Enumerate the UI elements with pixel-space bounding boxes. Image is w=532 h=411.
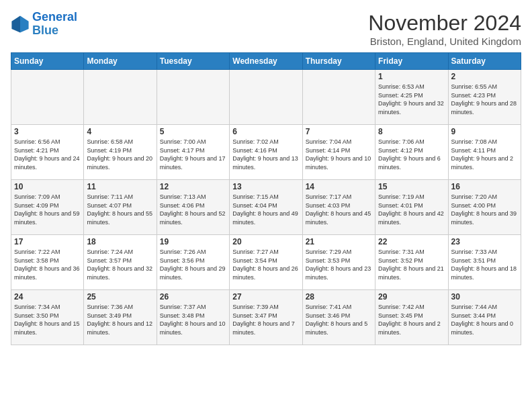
day-cell-empty-0-4: [302, 70, 375, 125]
week-row-1: 1Sunrise: 6:53 AMSunset: 4:25 PMDaylight…: [11, 70, 521, 125]
day-number: 25: [87, 292, 153, 302]
day-number: 6: [232, 127, 299, 136]
day-number: 20: [232, 237, 299, 246]
day-cell-5: 5Sunrise: 7:00 AMSunset: 4:17 PMDaylight…: [157, 125, 229, 180]
day-cell-11: 11Sunrise: 7:11 AMSunset: 4:07 PMDayligh…: [84, 180, 157, 235]
header-row: General Blue November 2024 Briston, Engl…: [11, 11, 521, 47]
day-cell-2: 2Sunrise: 6:55 AMSunset: 4:23 PMDaylight…: [448, 70, 521, 125]
month-title: November 2024: [368, 11, 521, 36]
day-number: 10: [14, 182, 81, 191]
day-info: Sunrise: 7:22 AMSunset: 3:58 PMDaylight:…: [14, 248, 81, 281]
day-info: Sunrise: 7:17 AMSunset: 4:03 PMDaylight:…: [306, 193, 372, 226]
title-block: November 2024 Briston, England, United K…: [368, 11, 521, 47]
day-cell-29: 29Sunrise: 7:42 AMSunset: 3:45 PMDayligh…: [375, 290, 448, 345]
location: Briston, England, United Kingdom: [368, 36, 521, 47]
header-day-friday: Friday: [375, 53, 448, 70]
header-day-saturday: Saturday: [448, 53, 521, 70]
day-cell-empty-0-0: [11, 70, 84, 125]
day-info: Sunrise: 7:27 AMSunset: 3:54 PMDaylight:…: [232, 248, 299, 281]
week-row-5: 24Sunrise: 7:34 AMSunset: 3:50 PMDayligh…: [11, 290, 521, 345]
day-number: 8: [378, 127, 445, 136]
day-cell-empty-0-3: [230, 70, 302, 125]
day-info: Sunrise: 7:00 AMSunset: 4:17 PMDaylight:…: [160, 138, 226, 171]
header-day-sunday: Sunday: [11, 53, 84, 70]
day-number: 1: [378, 72, 445, 81]
day-info: Sunrise: 7:09 AMSunset: 4:09 PMDaylight:…: [14, 193, 81, 226]
day-cell-empty-0-2: [157, 70, 229, 125]
day-info: Sunrise: 7:15 AMSunset: 4:04 PMDaylight:…: [232, 193, 299, 226]
day-info: Sunrise: 7:06 AMSunset: 4:12 PMDaylight:…: [378, 138, 445, 171]
day-number: 23: [451, 237, 518, 246]
day-number: 30: [451, 292, 518, 302]
header-day-wednesday: Wednesday: [230, 53, 302, 70]
header-row-days: SundayMondayTuesdayWednesdayThursdayFrid…: [11, 53, 521, 70]
day-info: Sunrise: 7:39 AMSunset: 3:47 PMDaylight:…: [232, 303, 299, 336]
day-info: Sunrise: 7:41 AMSunset: 3:46 PMDaylight:…: [306, 303, 372, 336]
week-row-2: 3Sunrise: 6:56 AMSunset: 4:21 PMDaylight…: [11, 125, 521, 180]
day-cell-19: 19Sunrise: 7:26 AMSunset: 3:56 PMDayligh…: [157, 235, 229, 290]
logo-line1: General: [32, 10, 77, 24]
day-cell-27: 27Sunrise: 7:39 AMSunset: 3:47 PMDayligh…: [230, 290, 302, 345]
day-cell-22: 22Sunrise: 7:31 AMSunset: 3:52 PMDayligh…: [375, 235, 448, 290]
week-row-4: 17Sunrise: 7:22 AMSunset: 3:58 PMDayligh…: [11, 235, 521, 290]
day-cell-8: 8Sunrise: 7:06 AMSunset: 4:12 PMDaylight…: [375, 125, 448, 180]
day-info: Sunrise: 7:36 AMSunset: 3:49 PMDaylight:…: [87, 303, 153, 336]
day-number: 17: [14, 237, 81, 246]
day-number: 12: [160, 182, 226, 191]
svg-marker-2: [11, 15, 20, 32]
day-info: Sunrise: 7:33 AMSunset: 3:51 PMDaylight:…: [451, 248, 518, 281]
day-cell-26: 26Sunrise: 7:37 AMSunset: 3:48 PMDayligh…: [157, 290, 229, 345]
day-cell-23: 23Sunrise: 7:33 AMSunset: 3:51 PMDayligh…: [448, 235, 521, 290]
day-info: Sunrise: 6:55 AMSunset: 4:23 PMDaylight:…: [451, 83, 518, 116]
calendar-table: SundayMondayTuesdayWednesdayThursdayFrid…: [11, 52, 521, 345]
day-info: Sunrise: 7:42 AMSunset: 3:45 PMDaylight:…: [378, 303, 445, 336]
svg-marker-1: [20, 15, 29, 32]
day-number: 5: [160, 127, 226, 136]
calendar-body: 1Sunrise: 6:53 AMSunset: 4:25 PMDaylight…: [11, 70, 521, 345]
day-cell-3: 3Sunrise: 6:56 AMSunset: 4:21 PMDaylight…: [11, 125, 84, 180]
day-cell-empty-0-1: [84, 70, 157, 125]
logo: General Blue: [11, 11, 77, 38]
day-number: 21: [306, 237, 372, 246]
day-info: Sunrise: 7:29 AMSunset: 3:53 PMDaylight:…: [306, 248, 372, 281]
day-info: Sunrise: 7:02 AMSunset: 4:16 PMDaylight:…: [232, 138, 299, 171]
day-info: Sunrise: 7:08 AMSunset: 4:11 PMDaylight:…: [451, 138, 518, 171]
day-number: 19: [160, 237, 226, 246]
day-cell-7: 7Sunrise: 7:04 AMSunset: 4:14 PMDaylight…: [302, 125, 375, 180]
logo-line2: Blue: [32, 24, 58, 37]
header-day-monday: Monday: [84, 53, 157, 70]
day-info: Sunrise: 7:24 AMSunset: 3:57 PMDaylight:…: [87, 248, 153, 281]
day-number: 18: [87, 237, 153, 246]
day-cell-12: 12Sunrise: 7:13 AMSunset: 4:06 PMDayligh…: [157, 180, 229, 235]
day-cell-6: 6Sunrise: 7:02 AMSunset: 4:16 PMDaylight…: [230, 125, 302, 180]
day-info: Sunrise: 7:13 AMSunset: 4:06 PMDaylight:…: [160, 193, 226, 226]
day-number: 3: [14, 127, 81, 136]
day-cell-28: 28Sunrise: 7:41 AMSunset: 3:46 PMDayligh…: [302, 290, 375, 345]
day-cell-15: 15Sunrise: 7:19 AMSunset: 4:01 PMDayligh…: [375, 180, 448, 235]
day-number: 2: [451, 72, 518, 81]
header-day-thursday: Thursday: [302, 53, 375, 70]
day-cell-14: 14Sunrise: 7:17 AMSunset: 4:03 PMDayligh…: [302, 180, 375, 235]
day-cell-24: 24Sunrise: 7:34 AMSunset: 3:50 PMDayligh…: [11, 290, 84, 345]
day-number: 16: [451, 182, 518, 191]
day-cell-10: 10Sunrise: 7:09 AMSunset: 4:09 PMDayligh…: [11, 180, 84, 235]
day-info: Sunrise: 6:58 AMSunset: 4:19 PMDaylight:…: [87, 138, 153, 171]
day-info: Sunrise: 7:19 AMSunset: 4:01 PMDaylight:…: [378, 193, 445, 226]
day-info: Sunrise: 7:31 AMSunset: 3:52 PMDaylight:…: [378, 248, 445, 281]
day-number: 26: [160, 292, 226, 302]
day-info: Sunrise: 7:20 AMSunset: 4:00 PMDaylight:…: [451, 193, 518, 226]
day-cell-1: 1Sunrise: 6:53 AMSunset: 4:25 PMDaylight…: [375, 70, 448, 125]
day-number: 4: [87, 127, 153, 136]
day-info: Sunrise: 7:34 AMSunset: 3:50 PMDaylight:…: [14, 303, 81, 336]
day-cell-4: 4Sunrise: 6:58 AMSunset: 4:19 PMDaylight…: [84, 125, 157, 180]
day-number: 15: [378, 182, 445, 191]
day-number: 7: [306, 127, 372, 136]
day-cell-13: 13Sunrise: 7:15 AMSunset: 4:04 PMDayligh…: [230, 180, 302, 235]
day-number: 29: [378, 292, 445, 302]
logo-text: General Blue: [32, 11, 77, 38]
day-cell-21: 21Sunrise: 7:29 AMSunset: 3:53 PMDayligh…: [302, 235, 375, 290]
day-number: 13: [232, 182, 299, 191]
day-cell-9: 9Sunrise: 7:08 AMSunset: 4:11 PMDaylight…: [448, 125, 521, 180]
day-number: 22: [378, 237, 445, 246]
day-cell-16: 16Sunrise: 7:20 AMSunset: 4:00 PMDayligh…: [448, 180, 521, 235]
